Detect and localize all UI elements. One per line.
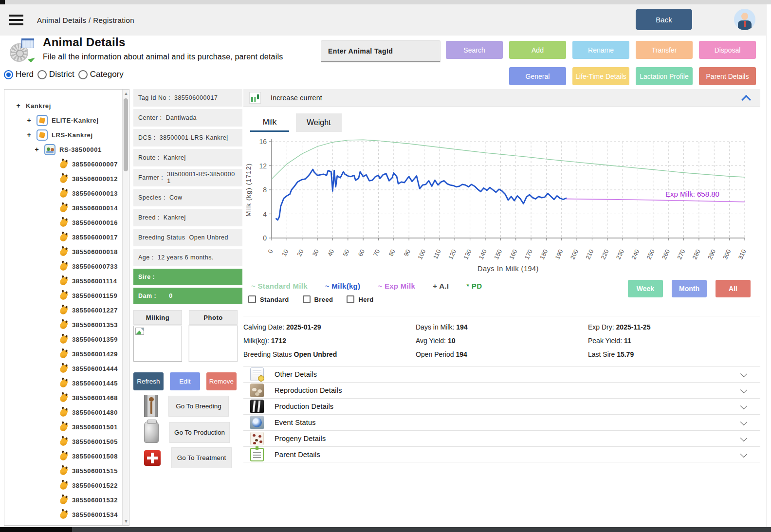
tab-weight[interactable]: Weight (296, 113, 342, 132)
tab-parent-details[interactable]: Parent Details (699, 67, 756, 85)
back-button[interactable]: Back (636, 9, 692, 30)
radio-dot-district[interactable] (37, 70, 47, 79)
accordion-reproduction-details[interactable]: Reproduction Details (243, 382, 760, 398)
tree-item-animal[interactable]: 385506001522 (4, 478, 129, 493)
tab-life-time-details[interactable]: Life-Time Details (572, 67, 629, 85)
scrollbar-thumb[interactable] (124, 98, 128, 171)
go-to-production-button[interactable]: Go To Production (169, 422, 230, 443)
tree-item-animal[interactable]: 385506001159 (4, 288, 129, 303)
chevron-down-icon[interactable] (741, 371, 747, 377)
legend-item-4[interactable]: + A.I (433, 282, 449, 290)
bottom-scrollbar[interactable] (0, 527, 771, 532)
checkbox-box-standard[interactable] (248, 295, 256, 303)
checkbox-herd[interactable]: Herd (347, 295, 373, 303)
media-tab-photo[interactable]: Photo (189, 310, 238, 325)
tree-item-animal[interactable]: 385506000013 (4, 186, 129, 201)
tree-item-animal[interactable]: 385506001534 (4, 507, 129, 522)
month-range-button[interactable]: Month (672, 280, 707, 297)
remove-button[interactable]: Remove (206, 372, 237, 390)
chevron-down-icon[interactable] (741, 404, 747, 409)
tree-item-animal[interactable]: 385506001515 (4, 463, 129, 478)
all-range-button[interactable]: All (716, 280, 751, 297)
tree-item-animal[interactable]: 385506001501 (4, 420, 129, 434)
collapse-chart-button[interactable] (743, 94, 750, 101)
radio-dot-category[interactable] (78, 70, 88, 79)
checkbox-standard[interactable]: Standard (248, 295, 289, 303)
tree-item-animal[interactable]: 385506001114 (4, 274, 129, 288)
accordion-label: Event Status (275, 419, 316, 426)
tab-milk[interactable]: Milk (250, 113, 289, 132)
tree-item-group[interactable]: +ELITE-Kankrej (4, 113, 129, 128)
tree-item-animal[interactable]: 385506001445 (4, 376, 129, 390)
tree-item-animal[interactable]: 385506001480 (4, 405, 129, 420)
tree-item-animal[interactable]: 385506001353 (4, 317, 129, 332)
accordion-parent-details[interactable]: Parent Details (243, 446, 760, 462)
accordion-other-details[interactable]: Other Details (243, 366, 760, 382)
tree-item-animal[interactable]: 385506000014 (4, 201, 129, 215)
tree-item-group[interactable]: +LRS-Kankrej (4, 128, 129, 142)
checkbox-box-breed[interactable] (303, 295, 311, 303)
scroll-up-arrow[interactable]: ▲ (124, 91, 128, 96)
radio-herd[interactable]: Herd (4, 70, 34, 79)
animal-tagid-input[interactable] (321, 40, 441, 62)
cow-icon (59, 188, 69, 199)
radio-dot-herd[interactable] (4, 70, 13, 79)
accordion-progeny-details[interactable]: Progeny Details (243, 430, 760, 446)
tree-expander-icon[interactable]: + (34, 146, 40, 153)
tab-lactation-profile[interactable]: Lactation Profile (636, 67, 693, 85)
legend-item-1[interactable]: ~ Standard Milk (251, 282, 308, 290)
chevron-down-icon[interactable] (741, 387, 747, 393)
tree-item-animal[interactable]: 385506000016 (4, 215, 129, 230)
cow-icon (59, 261, 69, 272)
tree-item-animal[interactable]: 385506001227 (4, 303, 129, 317)
accordion-event-status[interactable]: Event Status (243, 414, 760, 430)
tree-item-animal[interactable]: 385506000007 (4, 157, 129, 171)
tree-item-animal[interactable]: 385506001532 (4, 493, 129, 507)
tree-item-subgroup[interactable]: +RS-38500001 (4, 142, 129, 157)
avatar[interactable] (734, 9, 755, 30)
hamburger-menu-button[interactable] (8, 13, 24, 27)
tree-item-animal[interactable]: 385506001508 (4, 449, 129, 463)
tree-item-animal[interactable]: 385506000018 (4, 244, 129, 259)
scroll-down-arrow[interactable]: ▼ (124, 519, 128, 524)
tree-expander-icon[interactable]: + (26, 116, 33, 124)
tree-item-root[interactable]: +Kankrej (4, 98, 129, 113)
legend-item-5[interactable]: * PD (466, 282, 482, 290)
go-to-breeding-button[interactable]: Go To Breeding (168, 396, 229, 417)
checkbox-box-herd[interactable] (347, 295, 354, 303)
radio-category[interactable]: Category (78, 70, 124, 79)
tree-scrollbar[interactable]: ▲ ▼ (122, 90, 129, 525)
stat-value: 1712 (271, 337, 286, 345)
broken-image-icon (135, 328, 144, 335)
media-tab-milking[interactable]: Milking (133, 310, 182, 325)
tab-general[interactable]: General (509, 67, 566, 85)
edit-button[interactable]: Edit (170, 372, 200, 390)
radio-district[interactable]: District (37, 70, 74, 79)
action-button-disposal[interactable]: Disposal (699, 41, 756, 59)
chevron-down-icon[interactable] (741, 452, 747, 457)
chevron-down-icon[interactable] (741, 420, 747, 425)
refresh-button[interactable]: Refresh (133, 372, 164, 390)
action-button-rename[interactable]: Rename (572, 41, 629, 59)
tree-expander-icon[interactable]: + (15, 102, 22, 110)
legend-item-3[interactable]: ~ Exp Milk (378, 282, 415, 290)
tree-item-animal[interactable]: 385506001468 (4, 390, 129, 405)
chevron-down-icon[interactable] (741, 436, 747, 441)
cow-icon (59, 232, 69, 242)
tree-item-animal[interactable]: 385506001444 (4, 361, 129, 376)
action-button-search[interactable]: Search (446, 41, 503, 59)
tree-expander-icon[interactable]: + (26, 131, 33, 139)
checkbox-breed[interactable]: Breed (303, 295, 333, 303)
tree-item-animal[interactable]: 385506001359 (4, 332, 129, 347)
tree-item-animal[interactable]: 385506000733 (4, 259, 129, 274)
week-range-button[interactable]: Week (628, 280, 663, 297)
tree-item-animal[interactable]: 385506000012 (4, 171, 129, 186)
legend-item-2[interactable]: ~ Milk(kg) (325, 282, 361, 290)
action-button-transfer[interactable]: Transfer (636, 41, 693, 59)
tree-item-animal[interactable]: 385506001429 (4, 347, 129, 361)
tree-item-animal[interactable]: 385506001505 (4, 434, 129, 449)
action-button-add[interactable]: Add (509, 41, 566, 59)
tree-item-animal[interactable]: 385506000017 (4, 230, 129, 244)
go-to-treatment-button[interactable]: Go To Treatment (171, 447, 232, 468)
accordion-production-details[interactable]: Production Details (243, 398, 760, 414)
